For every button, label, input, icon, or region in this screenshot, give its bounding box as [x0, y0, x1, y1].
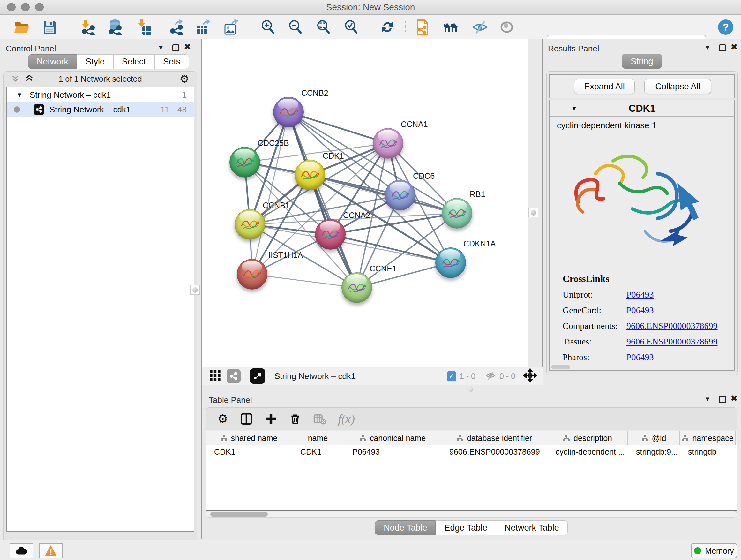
node-CDC6[interactable] — [385, 180, 415, 210]
node-CDC25B[interactable] — [229, 147, 260, 178]
crosslink-link[interactable]: P06493 — [626, 305, 654, 315]
table-panel-close-icon[interactable]: ✖ — [731, 395, 738, 402]
table-cell[interactable]: cyclin-dependent ... — [547, 445, 628, 459]
table-cell[interactable]: stringdb — [680, 445, 736, 459]
crosslink-row: Uniprot:P06493 — [562, 290, 729, 300]
table-horizontal-scrollbar[interactable] — [205, 511, 737, 517]
network-view-type-icon[interactable] — [226, 369, 241, 383]
column-header-database-identifier[interactable]: database identifier — [441, 431, 547, 445]
add-column-icon[interactable] — [265, 413, 277, 425]
save-session-icon[interactable] — [41, 18, 59, 36]
fit-content-icon[interactable] — [315, 18, 333, 36]
column-header-name[interactable]: name — [292, 431, 344, 445]
export-table-icon[interactable] — [195, 18, 212, 36]
export-image-icon[interactable] — [222, 18, 240, 36]
tab-string[interactable]: String — [622, 54, 662, 69]
import-table-file-icon[interactable] — [135, 18, 153, 36]
memory-button[interactable]: Memory — [691, 543, 737, 558]
column-header-canonical-name[interactable]: canonical name — [344, 431, 441, 445]
hidden-count: 0 - 0 — [499, 372, 515, 381]
edge-CCNA2-CDKN1A[interactable] — [330, 234, 451, 263]
table-cell[interactable]: stringdb:9... — [628, 445, 680, 459]
tab-network-table[interactable]: Network Table — [496, 520, 568, 535]
tab-select[interactable]: Select — [113, 54, 154, 69]
import-network-file-icon[interactable] — [79, 18, 97, 36]
column-header-shared-name[interactable]: shared name — [206, 431, 292, 445]
zoom-selected-icon[interactable] — [342, 18, 360, 36]
grid-view-icon[interactable] — [209, 369, 221, 383]
tab-network[interactable]: Network — [28, 54, 77, 69]
show-columns-icon[interactable] — [240, 412, 253, 426]
cloud-button[interactable] — [10, 543, 33, 558]
crosslink-link[interactable]: 9606.ENSP00000378699 — [626, 336, 718, 347]
edge-CCNB2-CCNE1[interactable] — [288, 112, 357, 288]
tab-node-table[interactable]: Node Table — [375, 520, 435, 535]
network-canvas[interactable]: CCNB2CCNA1CDC25BCDK1CDC6RB1CCNB1CCNA2CDK… — [202, 39, 528, 367]
left-splitter-grip[interactable] — [190, 285, 200, 295]
network-row[interactable]: String Network – cdk1 11 48 — [7, 102, 194, 117]
gear-icon[interactable]: ⚙ — [180, 72, 189, 85]
node-CCNB2[interactable] — [273, 97, 304, 127]
node-result-header[interactable]: ▼ CDK1 — [550, 100, 734, 117]
network-from-document-icon[interactable] — [414, 18, 431, 36]
import-network-database-icon[interactable] — [106, 18, 124, 36]
show-eye-icon[interactable] — [498, 18, 516, 36]
houses-icon[interactable] — [442, 18, 460, 36]
refresh-icon[interactable] — [379, 18, 396, 36]
collapse-all-button[interactable]: Collapse All — [644, 79, 711, 94]
delete-column-icon[interactable] — [289, 413, 301, 425]
horizontal-splitter[interactable] — [202, 385, 741, 393]
table-cell[interactable]: 9606.ENSP00000378699 — [441, 445, 547, 459]
table-settings-gear-icon[interactable]: ⚙ — [217, 412, 228, 426]
tab-sets[interactable]: Sets — [154, 54, 189, 69]
edge-CCNB2-HIST1H1A[interactable] — [252, 112, 288, 274]
column-header-description[interactable]: description — [547, 431, 628, 445]
node-HIST1H1A[interactable] — [237, 259, 267, 290]
hide-selected-eye-icon[interactable] — [471, 18, 489, 36]
control-panel-float-icon[interactable]: ▼ — [158, 44, 164, 51]
column-header-namespace[interactable]: namespace — [680, 431, 736, 445]
open-session-icon[interactable] — [13, 18, 30, 36]
column-header--id[interactable]: @id — [628, 431, 680, 445]
node-CDKN1A[interactable] — [435, 247, 466, 278]
warning-button[interactable] — [39, 543, 63, 558]
tab-style[interactable]: Style — [77, 54, 113, 69]
node-CCNA1[interactable] — [373, 128, 403, 159]
tab-edge-table[interactable]: Edge Table — [435, 520, 496, 535]
table-panel-float-icon[interactable]: ▼ — [704, 395, 711, 403]
birds-eye-view-icon[interactable] — [250, 368, 265, 384]
fit-selected-crosshair-icon[interactable] — [523, 368, 537, 384]
node-CDK1[interactable] — [294, 160, 325, 190]
table-cell[interactable]: P06493 — [344, 445, 441, 459]
network-collection-row[interactable]: ▼ String Network – cdk1 1 — [7, 87, 194, 102]
table-panel-maximize-icon[interactable] — [719, 396, 726, 403]
export-network-icon[interactable] — [168, 18, 186, 36]
right-splitter[interactable] — [542, 39, 543, 385]
zoom-out-icon[interactable] — [286, 18, 305, 36]
table-row[interactable]: CDK1CDK1P064939606.ENSP00000378699cyclin… — [206, 445, 737, 459]
crosslink-link[interactable]: P06493 — [626, 352, 654, 362]
results-panel-maximize-icon[interactable] — [719, 44, 726, 51]
crosslink-link[interactable]: P06493 — [626, 290, 654, 300]
crosslink-link[interactable]: 9606.ENSP00000378699 — [626, 321, 718, 331]
crosslink-row: GeneCard:P06493 — [562, 305, 729, 315]
node-CCNA2[interactable] — [315, 219, 346, 250]
zoom-in-icon[interactable] — [259, 18, 277, 36]
crosslinks-scrollbar[interactable] — [551, 365, 570, 369]
crosslink-label: Compartments: — [562, 321, 626, 331]
table-cell[interactable]: CDK1 — [206, 445, 292, 459]
control-panel-close-icon[interactable]: ✖ — [184, 43, 191, 51]
edge-HIST1H1A-CCNE1[interactable] — [252, 274, 357, 288]
tree-expand-icon[interactable]: ▼ — [16, 91, 23, 99]
table-cell[interactable]: CDK1 — [292, 445, 344, 459]
right-splitter-grip[interactable] — [529, 208, 538, 217]
results-panel-close-icon[interactable]: ✖ — [731, 43, 738, 51]
expand-all-button[interactable]: Expand All — [574, 79, 635, 94]
control-panel-maximize-icon[interactable] — [172, 44, 179, 51]
results-panel-float-icon[interactable]: ▼ — [704, 44, 711, 51]
node-CCNE1[interactable] — [341, 272, 372, 303]
node-RB1[interactable] — [442, 198, 472, 229]
selected-checkbox-icon[interactable]: ✓ — [447, 371, 456, 381]
node-CCNB1[interactable] — [234, 209, 265, 240]
help-icon[interactable]: ? — [717, 18, 735, 36]
